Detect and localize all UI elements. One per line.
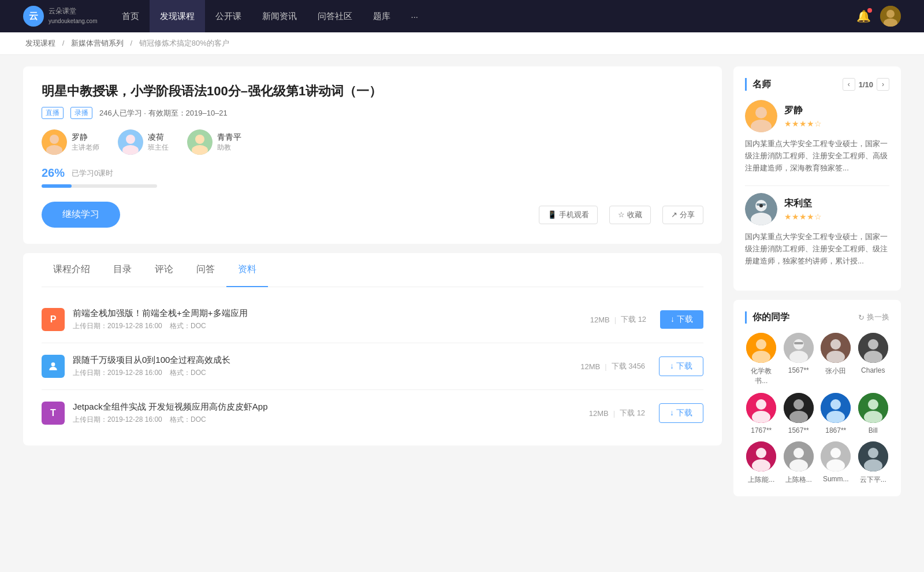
- mobile-watch-btn[interactable]: 📱 手机观看: [539, 206, 598, 224]
- collect-label: 收藏: [627, 210, 642, 220]
- nav-qa[interactable]: 问答社区: [307, 0, 363, 32]
- mobile-watch-label: 手机观看: [559, 210, 589, 220]
- svg-point-44: [868, 399, 878, 410]
- res-icon-1: P: [42, 308, 65, 331]
- nav-home[interactable]: 首页: [111, 0, 150, 32]
- nav-news[interactable]: 新闻资讯: [252, 0, 307, 32]
- classmate-name-2: 1567**: [788, 366, 809, 374]
- nav-open[interactable]: 公开课: [205, 0, 252, 32]
- classmate-12: 云下平...: [857, 441, 890, 485]
- svg-point-20: [759, 204, 763, 207]
- collect-btn[interactable]: ☆ 收藏: [609, 206, 651, 224]
- res-downloads-3: 下载 12: [620, 408, 645, 418]
- svg-point-26: [789, 351, 808, 363]
- res-meta-3: 上传日期：2019-12-28 16:00 格式：DOC: [73, 415, 589, 425]
- classmate-name-9: 上陈能...: [748, 475, 774, 485]
- svg-point-36: [752, 411, 770, 423]
- teacher-avatar-2: [118, 129, 143, 155]
- course-meta-text: 246人已学习 · 有效期至：2019–10–21: [99, 108, 228, 118]
- classmate-7: 1867**: [819, 393, 852, 434]
- logo-text: 云朵课堂yundouketang.com: [49, 6, 98, 26]
- teacher-role-3: 助教: [217, 143, 241, 153]
- teacher-nav-count: 1/10: [859, 80, 873, 89]
- teacher-nav: ‹ 1/10 ›: [843, 78, 889, 91]
- classmate-11: Summ...: [819, 441, 852, 485]
- svg-point-14: [755, 107, 767, 118]
- classmate-name-5: 1767**: [751, 426, 772, 434]
- teacher-nav-next[interactable]: ›: [877, 78, 889, 91]
- resource-item-3: T Jetpack全组件实战 开发短视频应用高仿皮皮虾App 上传日期：2019…: [42, 390, 703, 436]
- download-btn-2[interactable]: ↓ 下载: [659, 356, 703, 376]
- nav-quiz[interactable]: 题库: [363, 0, 401, 32]
- teacher-role-2: 班主任: [148, 143, 169, 153]
- famous-teachers-title: 名师 ‹ 1/10 ›: [745, 78, 889, 91]
- svg-point-33: [864, 351, 882, 363]
- tab-qa[interactable]: 问答: [185, 253, 226, 287]
- svg-point-12: [51, 362, 55, 366]
- teacher-nav-prev[interactable]: ‹: [843, 78, 855, 91]
- classmate-avatar-6: [784, 393, 814, 423]
- logo[interactable]: 云 云朵课堂yundouketang.com: [23, 6, 98, 27]
- classmate-avatar-7: [821, 393, 851, 423]
- tp-header-2: 宋利坚 ★★★★☆: [745, 193, 889, 225]
- classmate-avatar-9: [746, 441, 776, 471]
- sidebar: 名师 ‹ 1/10 › 罗静 ★★★★☆: [733, 66, 901, 506]
- progress-label: 26% 已学习0课时: [42, 166, 703, 180]
- classmate-avatar-8: [858, 393, 888, 423]
- tabs: 课程介绍 目录 评论 问答 资料: [42, 253, 703, 287]
- nav-discover[interactable]: 发现课程: [150, 0, 205, 32]
- res-meta-1: 上传日期：2019-12-28 16:00 格式：DOC: [73, 321, 590, 331]
- tp-divider: [745, 185, 889, 186]
- svg-point-47: [756, 448, 766, 458]
- famous-teachers-card: 名师 ‹ 1/10 › 罗静 ★★★★☆: [733, 66, 901, 291]
- classmate-name-7: 1867**: [825, 426, 846, 434]
- tp-stars-2: ★★★★☆: [784, 212, 822, 221]
- breadcrumb-item-1[interactable]: 发现课程: [25, 39, 55, 47]
- tab-catalog[interactable]: 目录: [102, 253, 143, 287]
- classmate-3: 张小田: [819, 333, 852, 386]
- classmate-name-1: 化学教书...: [745, 366, 778, 386]
- breadcrumb: 发现课程 / 新媒体营销系列 / 销冠修炼术搞定80%的客户: [0, 32, 924, 55]
- tp-desc-1: 国内某重点大学安全工程专业硕士，国家一级注册消防工程师、注册安全工程师、高级注册…: [745, 138, 889, 174]
- breadcrumb-item-2[interactable]: 新媒体营销系列: [71, 39, 124, 47]
- tab-resources[interactable]: 资料: [226, 253, 268, 287]
- svg-point-54: [826, 459, 845, 471]
- teacher-item-2: 凌荷 班主任: [118, 129, 169, 155]
- svg-point-7: [126, 135, 135, 144]
- bell-icon[interactable]: 🔔: [856, 9, 871, 23]
- classmate-avatar-4: [858, 333, 888, 363]
- download-btn-3[interactable]: ↓ 下载: [659, 403, 703, 423]
- avatar-svg: [880, 6, 901, 27]
- svg-point-53: [830, 448, 841, 458]
- nav-more[interactable]: ···: [401, 0, 429, 32]
- tp-name-1: 罗静: [784, 105, 822, 117]
- teacher-avatar-3: [187, 129, 213, 155]
- svg-point-42: [826, 411, 845, 423]
- classmate-1: 化学教书...: [745, 333, 778, 386]
- content-area: 明星中教授课，小学阶段语法100分–强化级第1讲动词（一） 直播 录播 246人…: [23, 66, 722, 506]
- sidebar-teacher-1: 罗静 ★★★★☆ 国内某重点大学安全工程专业硕士，国家一级注册消防工程师、注册安…: [745, 100, 889, 174]
- teacher-avatar-1: [42, 129, 67, 155]
- refresh-classmates-btn[interactable]: ↻ 换一换: [858, 312, 889, 322]
- continue-button[interactable]: 继续学习: [42, 202, 120, 228]
- classmate-name-6: 1567**: [788, 426, 809, 434]
- refresh-icon: ↻: [858, 313, 865, 322]
- share-icon: ↗: [671, 210, 677, 219]
- classmate-avatar-3: [821, 333, 851, 363]
- progress-section: 26% 已学习0课时: [42, 166, 703, 188]
- teacher-name-3: 青青平: [217, 132, 241, 143]
- classmate-name-11: Summ...: [823, 475, 849, 483]
- svg-point-10: [195, 135, 204, 144]
- action-row: 继续学习 📱 手机观看 ☆ 收藏 ↗ 分享: [42, 202, 703, 228]
- teacher-info-3: 青青平 助教: [217, 132, 241, 153]
- classmate-avatar-12: [858, 441, 888, 471]
- res-stats-3: 12MB | 下载 12: [589, 408, 645, 418]
- user-avatar[interactable]: [880, 6, 901, 27]
- share-btn[interactable]: ↗ 分享: [662, 206, 703, 224]
- download-btn-1[interactable]: ↓ 下载: [660, 310, 703, 329]
- tab-intro[interactable]: 课程介绍: [42, 253, 102, 287]
- notification-dot: [867, 8, 872, 13]
- tp-desc-2: 国内某重点大学安全工程专业硕士，国家一级注册消防工程师、注册安全工程师、级注册建…: [745, 231, 889, 267]
- tab-comment[interactable]: 评论: [143, 253, 185, 287]
- classmate-2: 1567**: [783, 333, 815, 386]
